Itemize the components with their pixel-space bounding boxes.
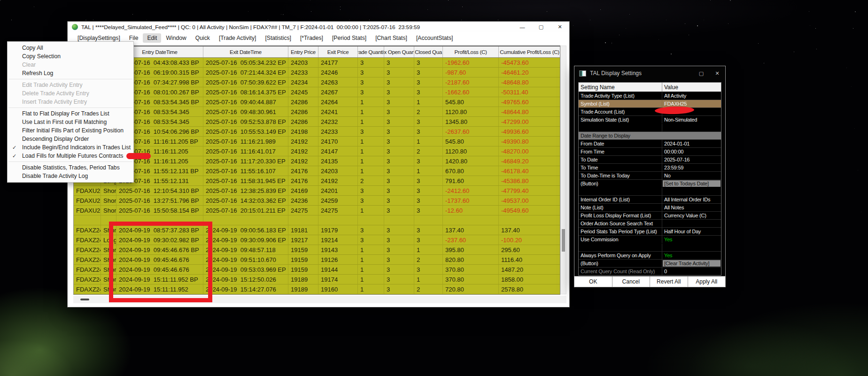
column-header-max-open-quantity[interactable]: ax Open Quanti <box>384 46 414 57</box>
context-menu-item-include-begin-end-indicators-in-trades-list[interactable]: ✓Include Begin/End Indicators in Trades … <box>8 143 133 152</box>
context-menu-item-flat-to-flat-display-for-trades-list[interactable]: Flat to Flat Display For Trades List <box>8 109 133 118</box>
cell-max-open-quantity: 3 <box>384 235 414 245</box>
table-row[interactable]: 2025-07-16 08:53:54.3452025-07-16 09:48:… <box>74 107 560 117</box>
settings-row-symbol-list[interactable]: Symbol (List)FDAXH25 <box>579 100 721 107</box>
settings-row-simulation-state-list[interactable]: Simulation State (List)Non-Simulated <box>579 115 721 123</box>
cell-cumulative-profit-loss: 2578.80 <box>499 284 561 294</box>
star <box>427 9 428 10</box>
cell-exit-price: 24267 <box>318 87 358 97</box>
context-menu-item-use-last-in-first-out-fill-matching[interactable]: Use Last in First out Fill Matching <box>8 118 133 126</box>
settings-row-internal-order-id-list[interactable]: Internal Order ID (List)All Internal Ord… <box>579 195 721 203</box>
table-row[interactable]: 2025-07-16 08:53:54.345 BP2025-07-16 09:… <box>74 97 560 107</box>
settings-row-trade-account-list[interactable]: Trade Account (List) <box>579 107 721 115</box>
horizontal-scrollbar-thumb[interactable] <box>80 299 89 300</box>
column-header-closed-quantity[interactable]: Closed Qua <box>414 46 443 57</box>
menu-item-period-stats[interactable]: [Period Stats] <box>328 33 371 43</box>
table-row[interactable]: 2025-07-16 11:55:12.131 BP2025-07-16 11:… <box>74 166 560 176</box>
setting-button-value[interactable]: [Set to Todays Date] <box>663 180 721 187</box>
star <box>758 43 759 44</box>
table-row[interactable]: 2025-07-16 08:53:54.3452025-07-16 09:52:… <box>74 117 560 127</box>
settings-row-always-perform-query-on-apply[interactable]: Always Perform Query on ApplyYes <box>579 251 721 259</box>
menu-item-edit[interactable]: Edit <box>143 33 161 43</box>
ok-button[interactable]: OK <box>574 276 612 287</box>
star <box>666 20 666 20</box>
menu-item-chart-stats[interactable]: [Chart Stats] <box>371 33 411 43</box>
settings-row-to-date-time-is-today[interactable]: To Date-Time is TodayNo <box>579 171 721 179</box>
table-row[interactable]: Long2025-07-16 11:55:12.1312025-07-16 11… <box>74 176 560 186</box>
cell-profit-loss: -12.60 <box>443 206 499 215</box>
menu-item-statistics[interactable]: [Statistics] <box>261 33 295 43</box>
cell-exit-datetime: 2025-07-16 09:40:44.887 <box>203 97 288 107</box>
star <box>815 28 816 29</box>
column-header-entry-price[interactable]: Entry Price <box>288 46 318 57</box>
context-menu-item-descending-display-order[interactable]: Descending Display Order <box>8 135 133 143</box>
cancel-button[interactable]: Cancel <box>612 276 651 287</box>
column-header-exit-datetime[interactable]: Exit DateTime <box>203 46 288 57</box>
minimize-icon[interactable]: — <box>513 22 532 32</box>
settings-row-current-query-count-read-only[interactable]: Current Query Count (Read Only)0 <box>579 267 721 275</box>
cell-cumulative-profit-loss <box>499 215 561 225</box>
close-icon[interactable]: ✕ <box>550 22 569 32</box>
table-row[interactable]: 2025-07-16 10:54:06.296 BP2025-07-16 10:… <box>74 127 560 137</box>
table-row[interactable]: 2025-07-16 04:43:08.433 BP2025-07-16 05:… <box>74 58 560 68</box>
cell-exit-price: 19160 <box>318 284 358 294</box>
cell-cumulative-profit-loss: -49936.60 <box>499 127 561 136</box>
context-menu-item-copy-all[interactable]: Copy All <box>8 44 133 52</box>
context-menu-item-refresh-log[interactable]: Refresh Log <box>8 69 133 77</box>
context-menu-item-disable-trade-activity-log[interactable]: Disable Trade Activity Log <box>8 172 133 180</box>
column-header-profit-loss[interactable]: Profit/Loss (C) <box>443 46 499 57</box>
setting-value: Half Hour of Day <box>662 228 721 235</box>
settings-table: Setting Name Value Trade Activity Type (… <box>578 82 721 276</box>
title-bar[interactable]: TAL | ****Delayed_Simulated_Feed**** | Q… <box>68 22 569 32</box>
setting-name: To Date <box>579 156 662 163</box>
settings-row-use-commission[interactable]: Use CommissionYes <box>579 235 721 243</box>
menu-item-quick[interactable]: Quick <box>191 33 214 43</box>
cell-exit-price: 24241 <box>318 107 358 116</box>
menu-item-trades[interactable]: [*Trades] <box>296 33 327 43</box>
context-menu-item-disable-statistics-trades-period-tabs[interactable]: Disable Statistics, Trades, Period Tabs <box>8 163 133 172</box>
cell-cumulative-profit-loss: -49549.60 <box>499 206 561 215</box>
settings-row-from-date[interactable]: From Date2024-01-01 <box>579 139 721 147</box>
context-menu-item-filter-initial-fills-part-of-existing-position[interactable]: Filter Initial Fills Part of Existing Po… <box>8 126 133 135</box>
settings-row-button[interactable]: (Button)[Clear Trade Activity] <box>579 259 721 267</box>
table-row[interactable]: 2025-07-16 08:01:00.267 BP2025-07-16 08:… <box>74 87 560 97</box>
table-row[interactable]: FDAXU25Short2025-07-16 15:50:58.154 BP20… <box>74 206 560 215</box>
settings-row-profit-loss-display-format-list[interactable]: Profit Loss Display Format (List)Currenc… <box>579 211 721 219</box>
settings-row-note-list[interactable]: Note (List)All Notes <box>579 203 721 211</box>
context-menu-item-label: Delete Trade Activity Entry <box>22 90 89 97</box>
context-menu-item-clear: Clear <box>8 61 133 69</box>
vertical-scrollbar-thumb[interactable] <box>562 229 565 252</box>
settings-row-from-time[interactable]: From Time00:00:00 <box>579 147 721 155</box>
table-row[interactable]: 2025-07-16 06:19:00.315 BP2025-07-16 07:… <box>74 68 560 77</box>
apply-all-button[interactable]: Apply All <box>688 276 726 287</box>
menu-item-window[interactable]: Window <box>162 33 190 43</box>
cell-closed-quantity: 3 <box>414 58 443 67</box>
context-menu-item-load-fills-for-multiple-futures-contracts[interactable]: ✓Load Fills for Multiple Futures Contrac… <box>8 152 133 160</box>
settings-row-order-action-source-search-text[interactable]: Order Action Source Search Text <box>579 219 721 227</box>
dialog-title-bar[interactable]: TAL Display Settings ▢ ✕ <box>574 66 725 80</box>
context-menu-item-copy-selection[interactable]: Copy Selection <box>8 52 133 61</box>
menu-item-trade-activity[interactable]: [Trade Activity] <box>215 33 260 43</box>
vertical-scrollbar[interactable] <box>560 46 566 294</box>
table-row[interactable]: 2025-07-16 11:16:11.205 BP2025-07-16 11:… <box>74 137 560 146</box>
revert-all-button[interactable]: Revert All <box>650 276 688 287</box>
dialog-button-bar: OKCancelRevert AllApply All <box>574 276 725 287</box>
maximize-icon[interactable]: ▢ <box>532 22 550 32</box>
star <box>612 42 612 43</box>
dialog-maximize-icon[interactable]: ▢ <box>693 66 709 80</box>
settings-row-to-date[interactable]: To Date2025-07-16 <box>579 155 721 163</box>
settings-row-button[interactable]: (Button)[Set to Todays Date] <box>579 179 721 187</box>
table-row[interactable]: 2025-07-16 07:34:27.998 BP2025-07-16 07:… <box>74 77 560 87</box>
column-header-exit-price[interactable]: Exit Price <box>318 46 358 57</box>
menu-item-accountstats[interactable]: [AccountStats] <box>412 33 457 43</box>
settings-row-period-stats-tab-period-type-list[interactable]: Period Stats Tab Period Type (List)Half … <box>579 227 721 235</box>
dialog-close-icon[interactable]: ✕ <box>709 66 725 80</box>
setting-button-value[interactable]: [Clear Trade Activity] <box>663 260 721 267</box>
cell-entry-price: 24169 <box>288 186 318 195</box>
column-header-cumulative-profit-loss[interactable]: Cumulative Profit/Loss (C) <box>499 46 561 57</box>
table-row[interactable]: FDAXU25Short2025-07-16 12:10:54.310 BP20… <box>74 186 560 196</box>
settings-row-trade-activity-type-list[interactable]: Trade Activity Type (List)All Activity <box>579 92 721 100</box>
table-row[interactable]: FDAXU25Short2025-07-16 13:27:51.796 BP20… <box>74 196 560 206</box>
column-header-trade-quantity[interactable]: rade Quantit <box>358 46 384 57</box>
settings-row-to-time[interactable]: To Time23:59:59 <box>579 163 721 171</box>
